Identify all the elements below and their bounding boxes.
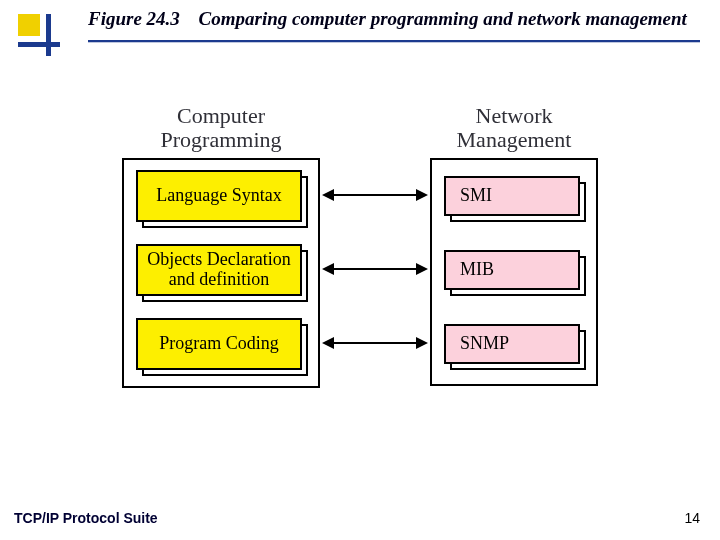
svg-marker-8 — [416, 337, 428, 349]
left-cell-program-coding: Program Coding — [136, 318, 306, 374]
diagram-columns: Computer Programming Language Syntax — [122, 100, 598, 388]
left-heading: Computer Programming — [161, 100, 282, 152]
right-cell-snmp: SNMP — [444, 324, 584, 368]
cell-face: MIB — [444, 250, 580, 290]
cell-label: SNMP — [460, 334, 509, 354]
cell-face: Language Syntax — [136, 170, 302, 222]
svg-marker-2 — [416, 189, 428, 201]
figure-number: Figure 24.3 — [88, 8, 180, 29]
right-heading-line1: Network — [476, 103, 553, 128]
cell-label: SMI — [460, 186, 492, 206]
title-rule-shadow — [88, 42, 700, 43]
right-heading-line2: Management — [457, 127, 572, 152]
connector-column — [320, 100, 430, 380]
left-heading-line2: Programming — [161, 127, 282, 152]
cell-label: MIB — [460, 260, 494, 280]
slide: Figure 24.3 Comparing computer programmi… — [0, 0, 720, 540]
left-cell-objects-declaration: Objects Declaration and definition — [136, 244, 306, 300]
connector-3 — [320, 306, 430, 380]
connector-2 — [320, 232, 430, 306]
ornament-square — [18, 14, 40, 36]
right-heading: Network Management — [457, 100, 572, 152]
ornament-bar-h — [18, 42, 60, 47]
right-outer-box: SMI MIB SNMP — [430, 158, 598, 386]
comparison-diagram: Computer Programming Language Syntax — [0, 100, 720, 388]
double-arrow-icon — [320, 333, 430, 353]
left-outer-box: Language Syntax Objects Declaration and … — [122, 158, 320, 388]
cell-face: Program Coding — [136, 318, 302, 370]
cell-label: Objects Declaration and definition — [144, 250, 294, 290]
right-column: Network Management SMI MIB — [430, 100, 598, 386]
cell-face: SNMP — [444, 324, 580, 364]
corner-ornament — [18, 14, 60, 56]
cell-face: SMI — [444, 176, 580, 216]
footer-text: TCP/IP Protocol Suite — [14, 510, 158, 526]
left-heading-line1: Computer — [177, 103, 265, 128]
cell-label: Program Coding — [159, 334, 279, 354]
connector-1 — [320, 158, 430, 232]
svg-marker-4 — [322, 263, 334, 275]
ornament-bar-v — [46, 14, 51, 56]
right-cell-mib: MIB — [444, 250, 584, 294]
double-arrow-icon — [320, 259, 430, 279]
left-cell-language-syntax: Language Syntax — [136, 170, 306, 226]
right-cell-smi: SMI — [444, 176, 584, 220]
svg-marker-1 — [322, 189, 334, 201]
figure-caption: Comparing computer programming and netwo… — [199, 8, 687, 29]
page-number: 14 — [684, 510, 700, 526]
svg-marker-5 — [416, 263, 428, 275]
double-arrow-icon — [320, 185, 430, 205]
left-column: Computer Programming Language Syntax — [122, 100, 320, 388]
cell-face: Objects Declaration and definition — [136, 244, 302, 296]
cell-label: Language Syntax — [156, 186, 281, 206]
svg-marker-7 — [322, 337, 334, 349]
figure-title: Figure 24.3 Comparing computer programmi… — [88, 8, 700, 30]
